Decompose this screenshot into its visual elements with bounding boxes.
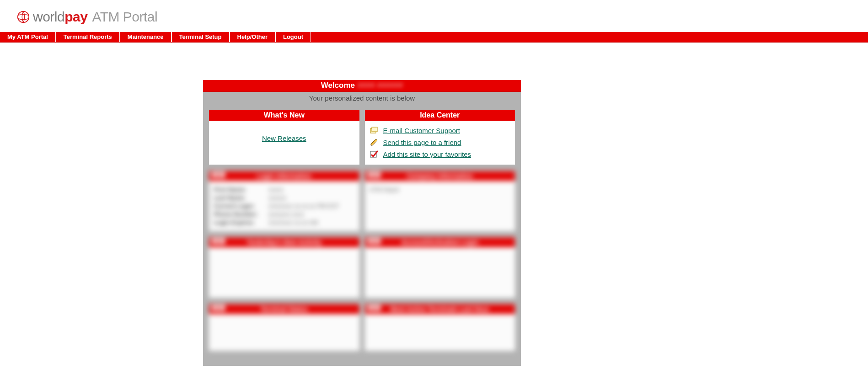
logo-portal: ATM Portal (92, 9, 157, 24)
nav-logout[interactable]: Logout (275, 32, 311, 42)
nav-maintenance[interactable]: Maintenance (120, 32, 171, 42)
nav-my-atm-portal[interactable]: My ATM Portal (0, 32, 56, 42)
worldpay-globe-icon (16, 10, 30, 24)
logo-pay: pay (64, 9, 87, 24)
nav-help-other[interactable]: Help/Other (230, 32, 275, 42)
brand-header: worldpayATM Portal (0, 0, 868, 32)
top-nav: My ATM Portal Terminal Reports Maintenan… (0, 32, 868, 43)
nav-terminal-setup[interactable]: Terminal Setup (171, 32, 230, 42)
logo-world: world (33, 9, 64, 24)
svg-point-0 (18, 11, 29, 22)
nav-terminal-reports[interactable]: Terminal Reports (56, 32, 120, 42)
brand-title: worldpayATM Portal (33, 9, 157, 25)
